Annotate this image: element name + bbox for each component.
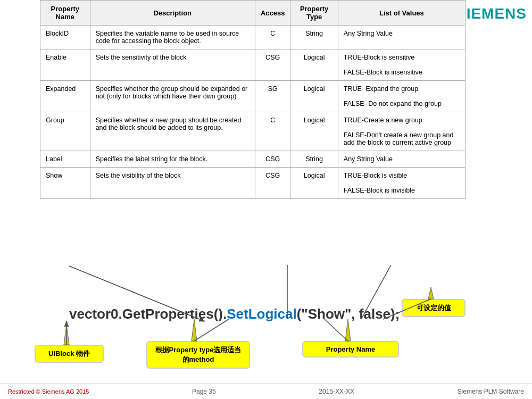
- col-header-property-name: Property Name: [40, 1, 90, 26]
- cell-access: CSG: [255, 49, 290, 81]
- cell-property-name: Expanded: [40, 81, 90, 112]
- cell-values: Any String Value: [338, 151, 465, 168]
- cell-description: Specifies whether the group should be ex…: [90, 81, 255, 112]
- table-row: ExpandedSpecifies whether the group shou…: [40, 81, 466, 112]
- cell-values: TRUE-Block is visibleFALSE-Block is invi…: [338, 168, 465, 199]
- cell-values: TRUE-Block is sensitiveFALSE-Block is in…: [338, 49, 465, 81]
- cell-type: Logical: [290, 112, 338, 151]
- svg-marker-0: [64, 325, 69, 345]
- cell-type: Logical: [290, 49, 338, 81]
- cell-type: String: [290, 151, 338, 168]
- siemens-logo: SIEMENS: [456, 5, 527, 22]
- code-method: SetLogical: [227, 306, 296, 322]
- footer-bar: Restricted © Siemens AG 2015 Page 35 201…: [0, 383, 532, 399]
- cell-access: CSG: [255, 151, 290, 168]
- col-header-property-type: Property Type: [290, 1, 338, 26]
- cell-property-name: Label: [40, 151, 90, 168]
- code-suffix: ("Show", false);: [297, 306, 400, 322]
- table-row: LabelSpecifies the label string for the …: [40, 151, 466, 168]
- cell-access: SG: [255, 81, 290, 112]
- cell-description: Specifies the label string for the block…: [90, 151, 255, 168]
- cell-values: Any String Value: [338, 26, 465, 49]
- svg-line-5: [325, 319, 348, 341]
- table-row: EnableSets the sensitivity of the blockC…: [40, 49, 466, 81]
- cell-property-name: Show: [40, 168, 90, 199]
- footer-page: Page 35: [192, 388, 216, 395]
- callout-method: 根据Property type选用适当 的method: [146, 341, 250, 369]
- cell-description: Specifies whether a new group should be …: [90, 112, 255, 151]
- callout-property-name: Property Name: [302, 341, 399, 358]
- cell-values: TRUE- Expand the groupFALSE- Do not expa…: [338, 81, 465, 112]
- footer-restricted: Restricted © Siemens AG 2015: [8, 388, 89, 395]
- cell-description: Sets the sensitivity of the block: [90, 49, 255, 81]
- footer-date: 2015-XX-XX: [319, 388, 354, 395]
- code-line: vector0.GetProperties().SetLogical("Show…: [69, 306, 400, 322]
- callout-uiblock: UIBlock 物件: [35, 345, 104, 363]
- cell-access: C: [255, 26, 290, 49]
- properties-table: Property Name Description Access Propert…: [40, 0, 466, 199]
- svg-marker-9: [428, 287, 434, 299]
- cell-type: Logical: [290, 168, 338, 199]
- svg-marker-4: [345, 319, 351, 341]
- cell-access: C: [255, 112, 290, 151]
- table-row: BlockIDSpecifies the variable name to be…: [40, 26, 466, 49]
- properties-table-container: Property Name Description Access Propert…: [40, 0, 466, 199]
- callout-settable-value: 可设定的值: [402, 299, 466, 317]
- svg-line-3: [194, 319, 229, 341]
- cell-property-name: BlockID: [40, 26, 90, 49]
- cell-description: Specifies the variable name to be used i…: [90, 26, 255, 49]
- footer-plm: Siemens PLM Software: [458, 388, 524, 395]
- cell-values: TRUE-Create a new groupFALSE-Don't creat…: [338, 112, 465, 151]
- code-prefix: vector0.GetProperties().: [69, 306, 227, 322]
- cell-type: Logical: [290, 81, 338, 112]
- table-row: ShowSets the visibility of the blockCSGL…: [40, 168, 466, 199]
- col-header-list-of-values: List of Values: [338, 1, 465, 26]
- col-header-description: Description: [90, 1, 255, 26]
- col-header-access: Access: [255, 1, 290, 26]
- cell-property-name: Enable: [40, 49, 90, 81]
- svg-marker-2: [192, 319, 197, 341]
- cell-access: CSG: [255, 168, 290, 199]
- cell-property-name: Group: [40, 112, 90, 151]
- cell-description: Sets the visibility of the block: [90, 168, 255, 199]
- cell-type: String: [290, 26, 338, 49]
- table-row: GroupSpecifies whether a new group shoul…: [40, 112, 466, 151]
